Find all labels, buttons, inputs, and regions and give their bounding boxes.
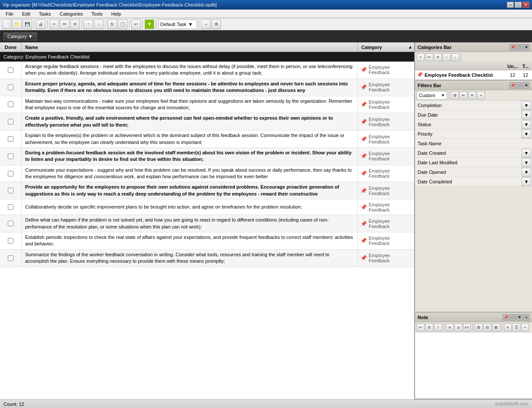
task-checkbox-1[interactable] (8, 85, 13, 90)
filter-dropdown-6[interactable]: ▼ (522, 158, 531, 167)
note-list3-btn[interactable]: • (521, 323, 529, 331)
task-checkbox-8[interactable] (8, 204, 13, 210)
filter-settings-btn[interactable]: ⚙ (451, 91, 459, 99)
note-table2-btn[interactable]: ⊟ (483, 323, 491, 331)
note-font-size3-btn[interactable]: A+ (463, 323, 471, 331)
filter-dropdown-5[interactable]: ▼ (522, 149, 531, 157)
task-done-cell-6[interactable] (0, 165, 22, 182)
cat-move-down-btn[interactable]: ↓ (451, 53, 459, 61)
note-undo-btn[interactable]: ↩ (417, 323, 425, 331)
task-done-cell-2[interactable] (0, 96, 22, 113)
task-checkbox-3[interactable] (8, 119, 13, 124)
task-checkbox-5[interactable] (8, 153, 13, 159)
note-restore-btn[interactable]: □ (509, 314, 516, 320)
menu-categories[interactable]: Categories (56, 10, 87, 18)
move-down-button[interactable]: ↓ (94, 20, 104, 29)
move-up-button[interactable]: ↑ (84, 20, 93, 29)
default-task-dropdown[interactable]: Default Task ▼ (158, 20, 197, 29)
cat-new-btn[interactable]: + (417, 53, 425, 61)
filter-custom-dropdown[interactable]: Custom ▼ (417, 91, 447, 100)
note-table-btn[interactable]: ⊞ (475, 323, 483, 331)
settings-button[interactable]: ⚙ (211, 20, 221, 29)
filter-delete-btn[interactable]: ✕ (468, 91, 476, 99)
task-done-cell-10[interactable] (0, 232, 22, 249)
note-expand-btn[interactable]: » (523, 314, 529, 320)
cat-bar-restore-btn[interactable]: □ (516, 44, 522, 50)
filter-bar-pin-btn[interactable]: 📌 (509, 82, 516, 88)
task-done-cell-5[interactable] (0, 148, 22, 165)
cat-move-up-btn[interactable]: ↑ (443, 53, 451, 61)
filter-dropdown-2[interactable]: ▼ (522, 120, 531, 129)
filter-button[interactable]: ▼ (145, 20, 154, 29)
task-checkbox-11[interactable] (8, 255, 13, 261)
task-cat-icon: 📌 (360, 84, 367, 90)
filter-dropdown-3[interactable]: ▼ (522, 130, 531, 138)
task-done-cell-3[interactable] (0, 113, 22, 130)
note-i-btn[interactable]: I (434, 323, 442, 331)
task-checkbox-0[interactable] (8, 67, 13, 73)
filter-edit-btn[interactable]: ✏ (460, 91, 467, 99)
minimize-button[interactable]: ─ (507, 2, 514, 8)
export-button[interactable]: → (201, 20, 211, 29)
restore-button[interactable]: □ (515, 2, 522, 8)
menu-file[interactable]: File (2, 10, 17, 18)
cat-bar-pin-btn[interactable]: 📌 (509, 44, 516, 50)
note-content[interactable] (415, 333, 532, 398)
task-done-cell-11[interactable] (0, 250, 22, 267)
delete-button[interactable]: ✕ (70, 20, 80, 29)
category-row-employee-feedback[interactable]: 📌 Employee Feedback Checklist 12 12 (415, 70, 532, 80)
col-done-header: Done (0, 42, 22, 52)
menu-tools[interactable]: Tools (88, 10, 107, 18)
task-done-cell-8[interactable] (0, 199, 22, 215)
menu-edit[interactable]: Edit (18, 10, 34, 18)
sort-icon[interactable]: ▲ (408, 45, 412, 49)
filter-dropdown-1[interactable]: ▼ (522, 111, 531, 119)
task-name-cell-0: Arrange regular feedback sessions - meet… (22, 62, 358, 78)
category-un: 12 (506, 72, 519, 78)
note-close-btn[interactable]: ✕ (516, 314, 522, 320)
task-checkbox-9[interactable] (8, 221, 13, 226)
menu-help[interactable]: Help (107, 10, 125, 18)
filter-dropdown-8[interactable]: ▼ (522, 177, 531, 186)
task-done-cell-9[interactable] (0, 215, 22, 232)
open-button[interactable]: 📁 (12, 20, 22, 29)
new-button[interactable]: 📄 (2, 20, 11, 29)
task-done-cell-1[interactable] (0, 79, 22, 96)
task-text-0: Arrange regular feedback sessions - meet… (25, 63, 354, 77)
paste-button[interactable]: 📋 (118, 20, 127, 29)
menu-tasks[interactable]: Tasks (35, 10, 55, 18)
cat-delete-btn[interactable]: ✕ (434, 53, 442, 61)
save-button[interactable]: 💾 (23, 20, 32, 29)
add-task-button[interactable]: + (49, 20, 59, 29)
filter-dropdown-0[interactable]: ▼ (522, 101, 531, 110)
task-checkbox-4[interactable] (8, 136, 13, 142)
filter-extra-btn[interactable]: » (477, 91, 485, 99)
note-font-size2-btn[interactable]: a (454, 323, 462, 331)
note-table3-btn[interactable]: ⊠ (492, 323, 500, 331)
task-checkbox-7[interactable] (8, 188, 13, 193)
category-button[interactable]: Category ▼ (3, 33, 37, 40)
note-pin-btn[interactable]: 📌 (503, 314, 509, 320)
close-button[interactable]: ✕ (522, 2, 529, 8)
note-list2-btn[interactable]: ☰ (513, 323, 520, 331)
copy-button[interactable]: ⎘ (107, 20, 117, 29)
note-font-size-btn[interactable]: A (446, 323, 454, 331)
cat-bar-close-btn[interactable]: ✕ (523, 44, 529, 50)
filter-bar-restore-btn[interactable]: □ (516, 82, 522, 88)
task-cat-icon: 📌 (360, 170, 367, 176)
filter-dropdown-7[interactable]: ▼ (522, 168, 531, 176)
cat-edit-btn[interactable]: ✏ (425, 53, 433, 61)
task-done-cell-4[interactable] (0, 131, 22, 147)
edit-button[interactable]: ✏ (60, 20, 69, 29)
task-checkbox-6[interactable] (8, 171, 13, 176)
task-checkbox-10[interactable] (8, 238, 13, 244)
task-done-cell-0[interactable] (0, 62, 22, 78)
filter-bar-close-btn[interactable]: ✕ (523, 82, 529, 88)
task-checkbox-2[interactable] (8, 101, 13, 107)
task-done-cell-7[interactable] (0, 182, 22, 199)
note-b-btn[interactable]: B (425, 323, 433, 331)
note-list-btn[interactable]: ≡ (504, 323, 512, 331)
print-button[interactable]: 🖨 (36, 20, 45, 29)
task-row: Explain to the employee(s) the problem o… (0, 131, 414, 148)
undo-button[interactable]: ↩ (131, 20, 141, 29)
